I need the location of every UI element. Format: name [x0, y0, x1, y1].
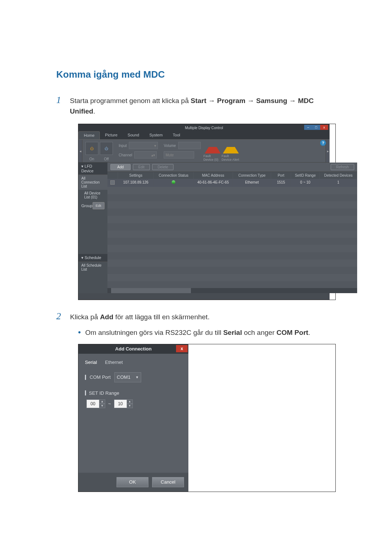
delete-button[interactable]: Delete: [152, 164, 173, 170]
tab-home[interactable]: Home: [78, 131, 100, 139]
input-select[interactable]: ▾: [129, 142, 158, 149]
comport-field: COM Port COM1 ▼: [85, 372, 182, 382]
th-type[interactable]: Connection Type: [233, 172, 271, 179]
step-2-text: Klicka på Add för att lägga till en skär…: [70, 312, 209, 323]
on-label: On: [85, 157, 98, 161]
schedule-label: Schedule: [85, 255, 101, 260]
tab-tool[interactable]: Tool: [168, 131, 185, 139]
step1-a1: →: [208, 97, 215, 104]
power-labels: On Off: [85, 157, 113, 161]
content-area: Add Edit Delete Refresh Settings Connect…: [107, 163, 357, 293]
step1-start: Start: [191, 97, 206, 104]
chevron-up-icon: ▲: [127, 399, 133, 404]
horizontal-scrollbar[interactable]: [107, 288, 357, 293]
table-body-empty: [107, 187, 357, 288]
add-connection-dialog: Add Connection x Serial Ethernet COM Por…: [78, 344, 188, 492]
tab-serial[interactable]: Serial: [85, 360, 97, 365]
step-1: 1 Starta programmet genom att klicka på …: [56, 95, 336, 116]
dialog-body: Serial Ethernet COM Port COM1 ▼ SET ID R…: [78, 354, 188, 473]
sidebar-schedule[interactable]: ▾ Schedule: [78, 254, 107, 262]
comport-select[interactable]: COM1 ▼: [114, 372, 141, 382]
step2-post: för att lägga till en skärmenhet.: [115, 313, 210, 321]
edit-button[interactable]: Edit: [133, 164, 150, 170]
window-buttons: – □ x: [304, 125, 328, 130]
field-marker-icon: [85, 375, 86, 380]
ribbon-scroll-left[interactable]: ◂: [78, 140, 82, 162]
refresh-button[interactable]: Refresh: [331, 164, 354, 170]
bullet-tail: .: [308, 329, 310, 336]
tab-sound[interactable]: Sound: [123, 131, 144, 139]
step-2: 2 Klicka på Add för att lägga till en sk…: [56, 311, 336, 323]
dialog-close-button[interactable]: x: [176, 345, 188, 352]
sidebar: ▾ LFD Device All Connection List All Dev…: [78, 163, 107, 293]
step1-program: Program: [217, 97, 245, 104]
help-icon[interactable]: ?: [320, 140, 326, 146]
add-button[interactable]: Add: [110, 164, 131, 170]
input-label: Input: [119, 144, 127, 148]
step1-a2: →: [248, 97, 254, 104]
warning-yellow-icon: [223, 140, 239, 153]
sidebar-all-schedule-list[interactable]: All Schedule List: [78, 262, 107, 273]
ribbon: ◂ ⏻ ⏻ On Off Input: [78, 139, 330, 163]
group-label: Group: [81, 204, 93, 208]
th-check: [107, 172, 118, 179]
th-port[interactable]: Port: [271, 172, 291, 179]
power-group: ⏻ ⏻ On Off: [82, 140, 116, 162]
row-check[interactable]: [107, 179, 118, 187]
bullet-serial: • Om anslutningen görs via RS232C går du…: [78, 328, 336, 337]
volume-input[interactable]: [178, 142, 201, 149]
scroll-thumb[interactable]: [111, 288, 191, 293]
dialog-title-text: Add Connection: [115, 346, 151, 352]
tab-picture[interactable]: Picture: [100, 131, 122, 139]
channel-stepper[interactable]: ▴▾: [134, 151, 157, 159]
ok-button[interactable]: OK: [117, 477, 148, 487]
sidebar-all-connection-list[interactable]: All Connection List: [78, 175, 107, 190]
row-type: Ethernet: [233, 179, 271, 187]
sidebar-lfd-device[interactable]: ▾ LFD Device: [78, 163, 107, 175]
th-mac[interactable]: MAC Address: [193, 172, 233, 179]
setid-from-stepper[interactable]: 00 ▲▼: [86, 399, 105, 408]
cancel-button[interactable]: Cancel: [152, 477, 184, 487]
sidebar-all-device-list[interactable]: All Device List (01): [78, 190, 107, 201]
table-header: Settings Connection Status MAC Address C…: [107, 172, 357, 179]
power-off-button[interactable]: ⏻: [100, 142, 113, 155]
setid-to-stepper[interactable]: 10 ▲▼: [114, 399, 133, 408]
step1-pre: Starta programmet genom att klicka på: [70, 97, 189, 104]
tab-system[interactable]: System: [144, 131, 168, 139]
dialog-footer: OK Cancel: [78, 473, 188, 492]
setid-field: SET ID Range: [85, 390, 182, 396]
power-on-button[interactable]: ⏻: [85, 142, 98, 155]
lfd-label: LFD Device: [81, 164, 94, 173]
maximize-button[interactable]: □: [312, 125, 320, 130]
mdc-main: ▾ LFD Device All Connection List All Dev…: [78, 163, 330, 293]
mdc-titlebar: Multiple Display Control – □ x: [78, 124, 330, 131]
step1-samsung: Samsung: [256, 97, 287, 104]
close-button[interactable]: x: [320, 125, 328, 130]
fault-device-alert[interactable]: Fault Device Alert: [222, 140, 240, 162]
th-detected[interactable]: Detected Devices: [320, 172, 357, 179]
status-green-icon: [172, 180, 175, 184]
fault-device-count[interactable]: Fault Device (0): [204, 140, 222, 162]
step-1-text: Starta programmet genom att klicka på St…: [70, 96, 336, 116]
stepper-icon: ▴▾: [151, 153, 155, 157]
step-1-number: 1: [56, 95, 64, 106]
main-tabs: Home Picture Sound System Tool: [78, 131, 330, 139]
input-channel-group: Input ▾ Channel ▴▾: [116, 140, 161, 162]
group-edit-button[interactable]: Edit: [93, 202, 105, 209]
ribbon-scroll-right[interactable]: ▸: [326, 140, 330, 162]
tab-ethernet[interactable]: Ethernet: [105, 360, 123, 365]
setid-label: SET ID Range: [89, 390, 119, 396]
row-detected: 1: [320, 179, 357, 187]
mute-button[interactable]: Mute: [164, 151, 194, 159]
minimize-button[interactable]: –: [304, 125, 312, 130]
checkbox-icon: [110, 180, 115, 185]
setid-from-value: 00: [86, 399, 99, 408]
th-setid[interactable]: SetID Range: [291, 172, 320, 179]
th-status[interactable]: Connection Status: [154, 172, 193, 179]
table-row[interactable]: 107.108.89.126 40-61-86-4E-FC-65 Etherne…: [107, 179, 357, 187]
channel-label: Channel: [119, 153, 132, 157]
th-settings[interactable]: Settings: [118, 172, 154, 179]
step2-add: Add: [100, 313, 113, 321]
tilde-label: ~: [108, 401, 111, 406]
bullet-serial-word: Serial: [223, 329, 242, 336]
